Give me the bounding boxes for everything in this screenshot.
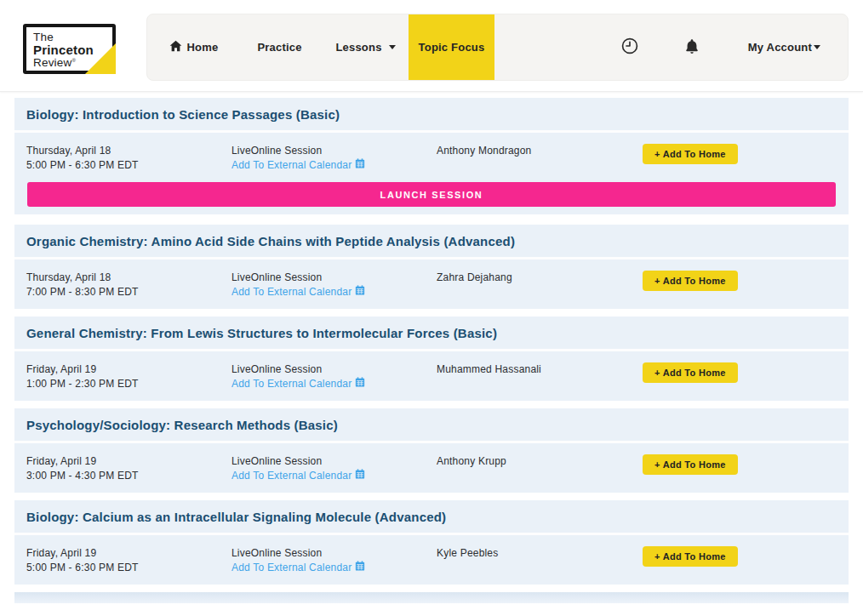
notifications-button[interactable] [683,37,700,58]
logo-text-review: Review® [33,57,112,69]
princeton-review-logo[interactable]: The Princeton Review® [23,24,116,74]
registered-mark: ® [71,57,76,62]
session-time: 1:00 PM - 2:30 PM EDT [26,377,231,391]
main-navigation: Home Practice Lessons Topic Focus [146,14,849,81]
nav-item-label: Practice [257,41,301,54]
calendar-link-label: Add To External Calendar [231,285,351,299]
session-time: 3:00 PM - 4:30 PM EDT [26,469,231,483]
session-list: Biology: Introduction to Science Passage… [0,92,863,585]
session-time: 5:00 PM - 6:30 PM EDT [26,561,231,575]
session-time: 7:00 PM - 8:30 PM EDT [26,285,231,299]
launch-session-row: LAUNCH SESSION [14,182,849,214]
session-title: Biology: Calcium as an Intracellular Sig… [26,510,837,524]
calendar-link-label: Add To External Calendar [231,469,351,483]
session-title: Organic Chemistry: Amino Acid Side Chain… [26,234,837,248]
session-type: LiveOnline Session [231,144,437,158]
nav-item-topic-focus[interactable]: Topic Focus [409,14,494,80]
session-date: Friday, April 19 [26,362,231,377]
add-to-external-calendar-link[interactable]: Add To External Calendar [231,469,365,483]
session-presenter: Anthony Mondragon [437,144,643,158]
session-card: General Chemistry: From Lewis Structures… [14,317,849,401]
add-to-external-calendar-link[interactable]: Add To External Calendar [231,377,365,391]
calendar-icon [355,469,365,483]
session-type: LiveOnline Session [231,362,437,377]
add-to-external-calendar-link[interactable]: Add To External Calendar [231,285,365,299]
session-card: Organic Chemistry: Amino Acid Side Chain… [14,225,849,309]
session-presenter: Zahra Dejahang [437,271,643,285]
logo-text-the: The [33,31,112,43]
logo-text-princeton: Princeton [33,43,112,57]
nav-item-lessons[interactable]: Lessons [323,14,409,80]
calendar-link-label: Add To External Calendar [231,377,351,391]
add-to-home-button[interactable]: + Add To Home [643,546,738,567]
session-date: Thursday, April 18 [26,271,231,285]
calendar-icon [355,377,365,391]
session-card: Biology: Introduction to Science Passage… [14,98,849,214]
add-to-external-calendar-link[interactable]: Add To External Calendar [231,158,365,173]
page-header: The Princeton Review® Home Practice Less… [0,0,863,92]
home-icon [169,40,182,54]
clock-icon [620,37,639,58]
nav-item-label: Lessons [335,41,381,54]
session-type: LiveOnline Session [231,271,437,285]
calendar-icon [355,158,365,173]
session-presenter: Anthony Krupp [437,454,643,469]
clock-history-button[interactable] [620,37,639,58]
session-presenter: Muhammed Hassanali [437,362,643,377]
session-time: 5:00 PM - 6:30 PM EDT [26,158,231,173]
launch-session-button[interactable]: LAUNCH SESSION [27,182,836,207]
session-title: General Chemistry: From Lewis Structures… [26,326,837,340]
session-type: LiveOnline Session [231,546,437,561]
partial-next-card [14,592,849,603]
session-card: Psychology/Sociology: Research Methods (… [14,408,849,493]
session-title: Psychology/Sociology: Research Methods (… [26,418,837,432]
session-date: Friday, April 19 [26,454,231,469]
session-type: LiveOnline Session [231,454,437,469]
calendar-icon [355,285,365,299]
nav-item-home[interactable]: Home [151,14,237,80]
session-card: Biology: Calcium as an Intracellular Sig… [14,500,849,585]
add-to-home-button[interactable]: + Add To Home [643,271,738,291]
session-date: Friday, April 19 [26,546,231,561]
chevron-down-icon [389,45,396,49]
nav-item-label: Topic Focus [419,41,485,54]
session-date: Thursday, April 18 [26,144,231,158]
nav-item-label: Home [187,41,219,54]
session-title: Biology: Introduction to Science Passage… [26,107,837,122]
add-to-home-button[interactable]: + Add To Home [643,362,738,383]
add-to-home-button[interactable]: + Add To Home [643,454,738,475]
calendar-icon [355,561,365,575]
nav-item-label: My Account [748,41,812,54]
nav-item-my-account[interactable]: My Account [748,41,820,54]
calendar-link-label: Add To External Calendar [231,561,351,575]
chevron-down-icon [814,45,820,49]
bell-icon [683,37,700,58]
calendar-link-label: Add To External Calendar [231,158,351,173]
add-to-external-calendar-link[interactable]: Add To External Calendar [231,561,365,575]
session-presenter: Kyle Peebles [437,546,643,561]
add-to-home-button[interactable]: + Add To Home [643,144,738,164]
nav-item-practice[interactable]: Practice [237,14,323,80]
